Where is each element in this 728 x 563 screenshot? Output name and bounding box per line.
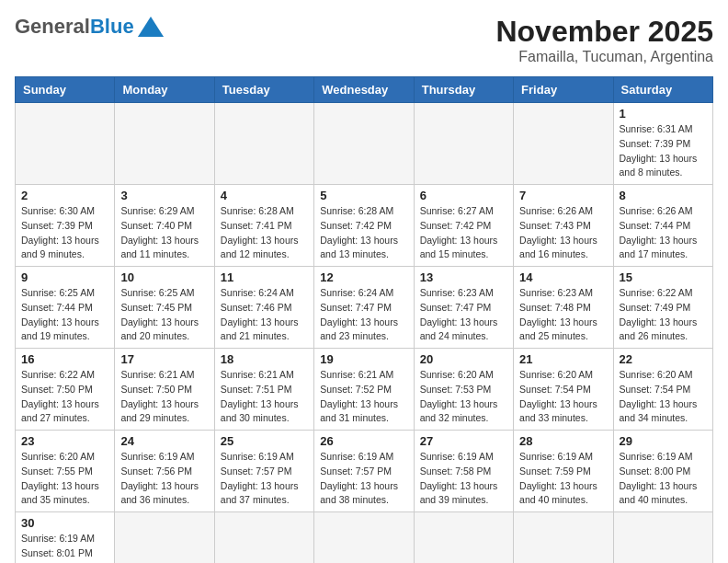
empty-cell (414, 512, 513, 564)
day-info: Sunrise: 6:19 AMSunset: 7:57 PMDaylight:… (320, 450, 407, 508)
day-number: 30 (21, 516, 108, 530)
daylight-label: Daylight: 13 hours and 15 minutes. (420, 235, 498, 260)
calendar-table: Sunday Monday Tuesday Wednesday Thursday… (15, 76, 713, 563)
sunrise-label: Sunrise: 6:19 AM (120, 451, 194, 462)
daylight-label: Daylight: 13 hours and 29 minutes. (120, 398, 199, 424)
day-info: Sunrise: 6:23 AMSunset: 7:47 PMDaylight:… (420, 286, 507, 344)
day-number: 1 (620, 107, 707, 121)
sunset-label: Sunset: 7:44 PM (620, 220, 691, 231)
day-number: 17 (120, 352, 208, 366)
svg-marker-1 (138, 24, 164, 37)
sunrise-label: Sunrise: 6:21 AM (320, 369, 393, 380)
sunset-label: Sunset: 7:43 PM (519, 220, 591, 231)
day-cell-17: 17Sunrise: 6:21 AMSunset: 7:50 PMDayligh… (115, 349, 214, 431)
empty-cell (314, 103, 414, 185)
sunrise-label: Sunrise: 6:19 AM (221, 451, 294, 462)
empty-cell (16, 103, 115, 185)
day-info: Sunrise: 6:19 AMSunset: 8:01 PMDaylight:… (21, 532, 108, 563)
daylight-label: Daylight: 13 hours and 9 minutes. (21, 235, 99, 260)
day-number: 2 (21, 189, 108, 202)
day-info: Sunrise: 6:28 AMSunset: 7:41 PMDaylight:… (221, 204, 308, 262)
sunset-label: Sunset: 8:00 PM (620, 465, 691, 477)
empty-cell (214, 103, 313, 185)
sunrise-label: Sunrise: 6:30 AM (21, 205, 95, 216)
empty-cell (115, 103, 214, 185)
daylight-label: Daylight: 13 hours and 16 minutes. (519, 235, 597, 260)
sunset-label: Sunset: 7:39 PM (620, 138, 691, 149)
sunset-label: Sunset: 7:54 PM (620, 384, 691, 395)
day-number: 7 (519, 189, 607, 202)
day-info: Sunrise: 6:30 AMSunset: 7:39 PMDaylight:… (21, 204, 108, 262)
sunrise-label: Sunrise: 6:25 AM (120, 287, 194, 298)
daylight-label: Daylight: 13 hours and 25 minutes. (519, 316, 597, 342)
sunset-label: Sunset: 7:47 PM (320, 302, 392, 313)
day-info: Sunrise: 6:21 AMSunset: 7:51 PMDaylight:… (221, 368, 308, 426)
day-number: 11 (221, 270, 308, 284)
location-subtitle: Famailla, Tucuman, Argentina (495, 49, 713, 65)
day-number: 27 (420, 434, 507, 448)
day-cell-30: 30Sunrise: 6:19 AMSunset: 8:01 PMDayligh… (16, 512, 115, 564)
daylight-label: Daylight: 13 hours and 24 minutes. (420, 316, 498, 342)
day-cell-22: 22Sunrise: 6:20 AMSunset: 7:54 PMDayligh… (613, 349, 712, 431)
sunset-label: Sunset: 7:42 PM (320, 220, 392, 231)
day-number: 18 (221, 352, 308, 366)
sunset-label: Sunset: 7:59 PM (519, 465, 591, 477)
header-monday: Monday (115, 77, 214, 103)
daylight-label: Daylight: 13 hours and 26 minutes. (620, 316, 698, 342)
day-cell-21: 21Sunrise: 6:20 AMSunset: 7:54 PMDayligh… (514, 349, 613, 431)
day-info: Sunrise: 6:28 AMSunset: 7:42 PMDaylight:… (320, 204, 407, 262)
sunrise-label: Sunrise: 6:20 AM (620, 369, 693, 380)
sunrise-label: Sunrise: 6:27 AM (420, 205, 494, 216)
day-info: Sunrise: 6:19 AMSunset: 8:00 PMDaylight:… (620, 450, 707, 508)
sunset-label: Sunset: 7:47 PM (420, 302, 492, 313)
day-cell-24: 24Sunrise: 6:19 AMSunset: 7:56 PMDayligh… (115, 431, 214, 512)
day-cell-9: 9Sunrise: 6:25 AMSunset: 7:44 PMDaylight… (16, 267, 115, 349)
daylight-label: Daylight: 13 hours and 19 minutes. (21, 316, 99, 342)
day-cell-20: 20Sunrise: 6:20 AMSunset: 7:53 PMDayligh… (414, 349, 513, 431)
logo-blue: Blue (90, 15, 134, 39)
day-info: Sunrise: 6:20 AMSunset: 7:55 PMDaylight:… (21, 450, 108, 508)
day-cell-13: 13Sunrise: 6:23 AMSunset: 7:47 PMDayligh… (414, 267, 513, 349)
day-number: 29 (620, 434, 707, 448)
day-number: 13 (420, 270, 507, 284)
sunset-label: Sunset: 7:48 PM (519, 302, 591, 313)
sunrise-label: Sunrise: 6:20 AM (21, 451, 95, 462)
calendar-row: 2Sunrise: 6:30 AMSunset: 7:39 PMDaylight… (16, 185, 713, 267)
sunrise-label: Sunrise: 6:26 AM (519, 205, 593, 216)
empty-cell (514, 512, 613, 564)
sunrise-label: Sunrise: 6:19 AM (519, 451, 593, 462)
daylight-label: Daylight: 13 hours and 40 minutes. (519, 480, 597, 506)
day-cell-6: 6Sunrise: 6:27 AMSunset: 7:42 PMDaylight… (414, 185, 513, 267)
day-cell-1: 1Sunrise: 6:31 AMSunset: 7:39 PMDaylight… (613, 103, 712, 185)
day-number: 12 (320, 270, 407, 284)
day-number: 6 (420, 189, 507, 202)
sunset-label: Sunset: 7:52 PM (320, 384, 392, 395)
daylight-label: Daylight: 13 hours and 13 minutes. (320, 235, 398, 260)
sunset-label: Sunset: 8:01 PM (21, 547, 93, 558)
sunset-label: Sunset: 7:50 PM (21, 384, 93, 395)
day-info: Sunrise: 6:25 AMSunset: 7:45 PMDaylight:… (120, 286, 208, 344)
day-info: Sunrise: 6:21 AMSunset: 7:52 PMDaylight:… (320, 368, 407, 426)
calendar-row: 1Sunrise: 6:31 AMSunset: 7:39 PMDaylight… (16, 103, 713, 185)
sunset-label: Sunset: 7:46 PM (221, 302, 292, 313)
sunrise-label: Sunrise: 6:31 AM (620, 123, 693, 134)
sunset-label: Sunset: 7:42 PM (420, 220, 492, 231)
day-cell-16: 16Sunrise: 6:22 AMSunset: 7:50 PMDayligh… (16, 349, 115, 431)
daylight-label: Daylight: 13 hours and 11 minutes. (120, 235, 199, 260)
day-cell-27: 27Sunrise: 6:19 AMSunset: 7:58 PMDayligh… (414, 431, 513, 512)
day-number: 15 (620, 270, 707, 284)
day-number: 8 (620, 189, 707, 202)
day-cell-2: 2Sunrise: 6:30 AMSunset: 7:39 PMDaylight… (16, 185, 115, 267)
title-block: November 2025 Famailla, Tucuman, Argenti… (495, 15, 713, 65)
day-info: Sunrise: 6:29 AMSunset: 7:40 PMDaylight:… (120, 204, 208, 262)
day-cell-7: 7Sunrise: 6:26 AMSunset: 7:43 PMDaylight… (514, 185, 613, 267)
day-info: Sunrise: 6:19 AMSunset: 7:58 PMDaylight:… (420, 450, 507, 508)
day-info: Sunrise: 6:22 AMSunset: 7:50 PMDaylight:… (21, 368, 108, 426)
day-number: 14 (519, 270, 607, 284)
sunrise-label: Sunrise: 6:28 AM (221, 205, 294, 216)
empty-cell (115, 512, 214, 564)
page-header: General Blue November 2025 Famailla, Tuc… (15, 15, 713, 65)
sunset-label: Sunset: 7:50 PM (120, 384, 192, 395)
header-saturday: Saturday (613, 77, 712, 103)
day-number: 10 (120, 270, 208, 284)
